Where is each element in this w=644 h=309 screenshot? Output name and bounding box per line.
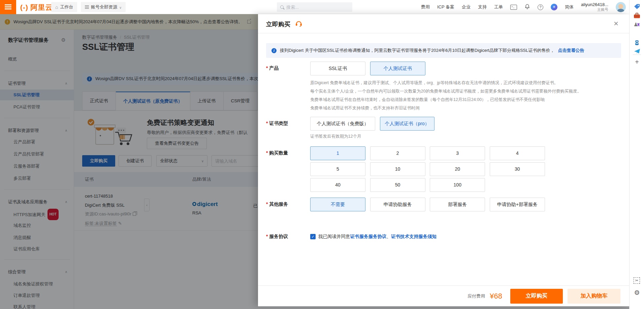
fee-amount: ¥68 (490, 292, 502, 301)
telegram-icon[interactable] (634, 48, 640, 55)
product-options: SSL证书 个人测试证书 (310, 62, 429, 77)
nav-item-support[interactable]: 支持 (478, 4, 487, 10)
outlook-icon[interactable] (634, 40, 640, 46)
cloudshell-icon[interactable] (510, 5, 517, 10)
logo-text: 阿里云 (31, 3, 53, 11)
cert-type-options: 个人测试证书（免费版） 个人测试证书（pro） (310, 117, 438, 133)
home-icon (55, 4, 58, 10)
option-assist-service[interactable]: 申请协助服务 (370, 198, 425, 211)
other-services-options: 不需要 申请协助服务 部署服务 申请协助+部署服务 (310, 198, 548, 213)
browser-side-strip: ♟♜ (629, 0, 644, 309)
close-icon[interactable] (614, 19, 618, 28)
cert-type-label: 证书类型 (266, 121, 288, 127)
rewards-icon[interactable] (551, 4, 557, 10)
quantity-option-3[interactable]: 3 (430, 146, 485, 160)
tech-support-notice-link[interactable]: 证书技术支持服务须知 (391, 234, 437, 239)
hamburger-menu-icon[interactable] (0, 0, 16, 14)
quantity-option-1[interactable]: 1 (310, 146, 365, 160)
validity-note: 证书签发后有效期为12个月 (310, 134, 361, 139)
toolbox-icon[interactable] (634, 13, 640, 20)
quantity-option-50[interactable]: 50 (370, 178, 425, 192)
all-resources-label: 账号全部资源 (91, 4, 117, 10)
search-input[interactable] (286, 5, 340, 10)
search-icon (280, 5, 284, 9)
help-icon[interactable] (538, 4, 543, 10)
add-to-cart-button[interactable]: 加入购物车 (568, 289, 620, 304)
headset-support-icon[interactable] (295, 20, 302, 28)
language-switch[interactable]: 简体 (565, 4, 574, 10)
quantity-option-4[interactable]: 4 (490, 146, 545, 160)
account-info[interactable]: aliyun26418... 主账号 (581, 2, 608, 12)
nav-item-billing[interactable]: 费用 (421, 4, 430, 10)
account-type: 主账号 (581, 7, 608, 12)
dialog-buy-now-button[interactable]: 立即购买 (510, 289, 563, 304)
dialog-notice: 接到Digicert 关于中国区SSL证书价格调整通知，阿里云数字证书管理服务将… (266, 43, 621, 58)
all-resources-button[interactable]: 账号全部资源 (81, 2, 126, 12)
dialog-footer: 应付费用 ¥68 立即购买 加入购物车 (258, 285, 629, 306)
service-agreement-link[interactable]: 证书服务服务协议 (350, 234, 387, 239)
quantity-option-20[interactable]: 20 (430, 162, 485, 176)
option-deploy-service[interactable]: 部署服务 (430, 198, 485, 211)
workbench-button[interactable]: 工作台 (51, 2, 77, 12)
divider (633, 55, 641, 55)
office-loop-icon[interactable] (634, 31, 640, 38)
option-no-service[interactable]: 不需要 (310, 198, 365, 211)
quantity-option-40[interactable]: 40 (310, 178, 365, 192)
quantity-option-2[interactable]: 2 (370, 146, 425, 160)
option-ssl-cert[interactable]: SSL证书 (310, 62, 365, 75)
resource-list-icon (85, 5, 89, 9)
tag-icon[interactable] (634, 3, 640, 10)
divider (258, 33, 629, 33)
product-desc: 原Digicert 免费单域名证书，建议用于测试、个人试用等场景，org、jp等… (310, 79, 581, 112)
bell-icon[interactable] (524, 4, 530, 10)
option-pro-version[interactable]: 个人测试证书（pro） (380, 117, 434, 131)
dialog-notice-text: 接到Digicert 关于中国区SSL证书价格调整通知，阿里云数字证书管理服务将… (280, 47, 555, 54)
view-announcement-link[interactable]: 点击查看公告 (558, 47, 584, 54)
option-assist-deploy-service[interactable]: 申请协助+部署服务 (490, 198, 545, 211)
info-icon (271, 48, 277, 53)
agreement-text: 我已阅读并同意 (318, 234, 350, 240)
add-extension-icon[interactable] (634, 59, 640, 65)
nav-item-enterprise[interactable]: 企业 (462, 4, 471, 10)
quantity-options: 1 2 3 4 5 10 20 30 40 50 100 (310, 146, 607, 194)
dialog-title: 立即购买 (266, 20, 290, 28)
avatar[interactable] (616, 2, 626, 12)
nav-item-icp[interactable]: ICP 备案 (437, 4, 454, 10)
account-name: aliyun26418... (581, 2, 608, 7)
agreement-checkbox[interactable] (310, 234, 316, 239)
purchase-dialog: 立即购买 接到Digicert 关于中国区SSL证书价格调整通知，阿里云数字证书… (258, 14, 629, 306)
global-search[interactable] (277, 2, 352, 12)
quantity-option-5[interactable]: 5 (310, 162, 365, 176)
workbench-label: 工作台 (60, 4, 73, 10)
quantity-option-10[interactable]: 10 (370, 162, 425, 176)
chess-icon[interactable]: ♟♜ (634, 22, 640, 28)
quantity-label: 购买数量 (266, 150, 288, 156)
agreement-row: 我已阅读并同意 证书服务服务协议、证书技术支持服务须知 (310, 234, 437, 240)
option-free-version[interactable]: 个人测试证书（免费版） (310, 117, 375, 131)
alibaba-cloud-logo[interactable]: 阿里云 (20, 3, 53, 12)
settings-gear-icon[interactable] (634, 289, 640, 296)
screenshot-icon[interactable] (634, 277, 640, 284)
quantity-option-100[interactable]: 100 (430, 178, 485, 192)
nav-item-tickets[interactable]: 工单 (494, 4, 503, 10)
agreement-label: 服务协议 (266, 234, 288, 240)
option-personal-test-cert[interactable]: 个人测试证书 (370, 62, 425, 75)
quantity-option-30[interactable]: 30 (490, 162, 545, 176)
top-nav: 阿里云 工作台 账号全部资源 费用 ICP 备案 企业 支持 工单 简体 ali… (0, 0, 629, 14)
other-services-label: 其他服务 (266, 201, 288, 207)
chevron-down-icon (119, 5, 122, 10)
product-label: 产品 (266, 65, 279, 71)
fee-label: 应付费用 (468, 293, 485, 299)
